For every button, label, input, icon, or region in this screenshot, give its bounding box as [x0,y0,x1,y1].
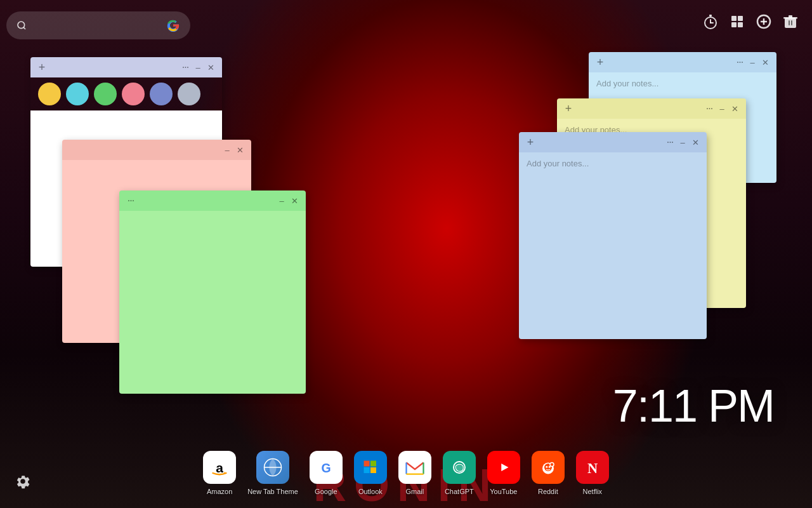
dock-item-google[interactable]: G Google [310,451,343,495]
svg-rect-2 [709,15,712,17]
top-right-toolbar [702,13,799,30]
svg-point-40 [551,463,554,466]
note-close-button[interactable]: ✕ [204,61,217,74]
svg-rect-25 [363,461,369,467]
color-pink[interactable] [122,83,145,105]
dock-item-chatgpt[interactable]: ChatGPT [443,451,476,495]
note-minimize-button[interactable]: – [192,61,204,74]
note-pink-minimize[interactable]: – [221,144,233,156]
note-yellow-header: + ··· – ✕ [557,98,746,119]
note-pink-close[interactable]: ✕ [233,144,246,156]
note-menu-button[interactable]: ··· [179,61,192,74]
color-green[interactable] [94,83,117,105]
note-lightblue-header: + ··· – ✕ [519,132,707,152]
sticky-note-lightblue: + ··· – ✕ Add your notes... [519,132,707,339]
outlook-label: Outlook [358,488,383,495]
note-lightblue-close[interactable]: ✕ [689,136,702,149]
search-bar[interactable] [6,11,190,39]
svg-rect-9 [738,22,743,27]
svg-line-1 [23,27,25,29]
chatgpt-label: ChatGPT [445,488,474,495]
newtabtheme-icon [256,451,289,484]
note-yellow-menu[interactable]: ··· [703,102,716,115]
note-green-menu[interactable]: ··· [124,194,137,207]
note-blue-add[interactable]: + [594,56,606,69]
dock: a Amazon New Tab Theme G Google [0,444,812,508]
note-blue-close[interactable]: ✕ [759,56,771,69]
trash-icon[interactable] [782,13,799,30]
dock-item-gmail[interactable]: Gmail [398,451,431,495]
color-gray[interactable] [178,83,200,105]
timer-icon[interactable] [702,13,719,30]
google-label: Google [315,488,337,495]
netflix-icon: N [576,451,609,484]
svg-point-37 [546,466,547,468]
svg-point-0 [18,22,25,29]
note-blue-minimize[interactable]: – [746,56,759,69]
svg-point-38 [549,466,551,468]
svg-rect-17 [791,20,792,25]
youtube-label: YouTube [490,488,517,495]
note-main-header: + ··· – ✕ [30,57,222,77]
grid-icon[interactable] [728,13,746,30]
svg-rect-26 [370,461,376,467]
note-add-button[interactable]: + [36,61,48,74]
svg-text:G: G [321,461,331,475]
svg-rect-28 [370,467,376,473]
note-lightblue-add[interactable]: + [524,136,537,149]
sticky-note-green: ··· – ✕ [119,190,306,394]
svg-rect-13 [785,18,796,28]
note-blue-header: + ··· – ✕ [589,52,776,72]
note-green-body[interactable] [119,211,306,394]
svg-rect-8 [731,22,737,27]
amazon-label: Amazon [207,488,232,495]
svg-rect-27 [363,467,369,473]
note-blue-menu[interactable]: ··· [733,56,746,69]
note-yellow-minimize[interactable]: – [716,102,728,115]
note-yellow-add[interactable]: + [562,102,575,115]
note-green-close[interactable]: ✕ [288,194,301,207]
reddit-icon [532,451,565,484]
svg-text:a: a [216,460,223,475]
color-purple[interactable] [150,83,173,105]
add-icon[interactable] [755,13,773,30]
reddit-label: Reddit [538,488,558,495]
amazon-icon: a [203,451,236,484]
svg-text:N: N [587,460,598,476]
gmail-icon [398,451,431,484]
google-logo [166,18,180,32]
note-green-minimize[interactable]: – [275,194,288,207]
netflix-label: Netflix [583,488,603,495]
chatgpt-icon [443,451,476,484]
svg-rect-15 [783,17,797,19]
color-cyan[interactable] [66,83,89,105]
clock-display: 7:11 PM [613,380,774,432]
svg-rect-7 [738,16,743,21]
newtabtheme-label: New Tab Theme [247,488,298,495]
note-lightblue-body[interactable]: Add your notes... [519,152,707,339]
dock-item-netflix[interactable]: N Netflix [576,451,609,495]
dock-item-reddit[interactable]: Reddit [532,451,565,495]
color-picker [30,77,222,110]
note-lightblue-minimize[interactable]: – [676,136,689,149]
color-yellow[interactable] [38,83,61,105]
svg-rect-6 [731,16,737,21]
note-lightblue-menu[interactable]: ··· [664,136,676,149]
note-pink-header: – ✕ [62,140,251,160]
dock-item-youtube[interactable]: YouTube [487,451,520,495]
gmail-label: Gmail [405,488,424,495]
note-yellow-close[interactable]: ✕ [728,102,741,115]
note-green-header: ··· – ✕ [119,190,306,211]
svg-rect-16 [789,20,790,25]
dock-item-newtabtheme[interactable]: New Tab Theme [247,451,298,495]
google-icon: G [310,451,343,484]
dock-item-amazon[interactable]: a Amazon [203,451,236,495]
youtube-icon [487,451,520,484]
outlook-icon [354,451,387,484]
dock-item-outlook[interactable]: Outlook [354,451,387,495]
search-icon [16,20,27,30]
